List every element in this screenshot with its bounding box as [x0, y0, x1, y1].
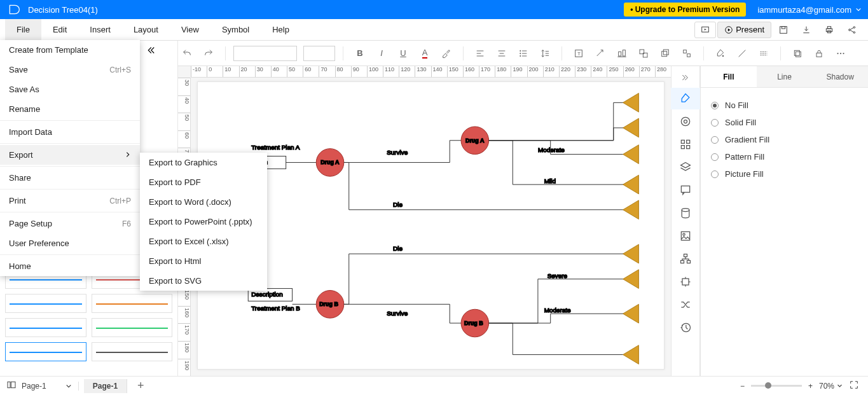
page-select[interactable]: Page-1	[22, 382, 79, 391]
print-icon[interactable]	[818, 22, 840, 38]
user-email-label: iammurtaza4@gmail.com	[757, 5, 851, 15]
menu-home[interactable]: Home	[0, 256, 140, 276]
menu-rename[interactable]: Rename	[0, 99, 140, 119]
export-svg[interactable]: Export to SVG	[140, 271, 267, 291]
layers-tab-icon[interactable]	[671, 156, 700, 178]
svg-marker-60	[623, 304, 639, 323]
menu-create-template[interactable]: Create from Template	[0, 40, 140, 60]
line-color-button[interactable]	[733, 45, 751, 62]
shape-thumb[interactable]	[92, 318, 173, 337]
zoom-slider[interactable]	[751, 385, 802, 387]
menu-insert[interactable]: Insert	[78, 19, 122, 41]
svg-rect-25	[796, 52, 801, 57]
shadow-button[interactable]	[789, 45, 806, 62]
menu-help[interactable]: Help	[261, 19, 301, 41]
menu-export[interactable]: Export	[0, 145, 140, 165]
menu-layout[interactable]: Layout	[122, 19, 170, 41]
slideshow-icon[interactable]	[694, 22, 716, 38]
connector-button[interactable]	[591, 45, 609, 62]
export-excel[interactable]: Export to Excel (.xlsx)	[140, 232, 267, 251]
fill-option-pattern[interactable]: Pattern Fill	[711, 148, 858, 165]
shape-thumb[interactable]	[92, 342, 173, 361]
save-icon[interactable]	[773, 22, 794, 38]
expand-panel-icon[interactable]	[672, 69, 699, 87]
style-tab-icon[interactable]	[671, 88, 700, 109]
present-button[interactable]: Present	[717, 22, 771, 38]
export-graphics[interactable]: Export to Graphics	[140, 153, 267, 172]
drawing-page[interactable]: tion Treatment Plan A Drug A Survive Dru…	[197, 81, 665, 370]
shape-thumb[interactable]	[5, 342, 86, 361]
font-family-select[interactable]	[233, 46, 297, 61]
undo-button[interactable]	[178, 45, 196, 62]
menu-save[interactable]: SaveCtrl+S	[0, 60, 140, 80]
pages-icon[interactable]	[6, 380, 17, 392]
more-button[interactable]	[832, 45, 850, 62]
history-tab-icon[interactable]	[671, 317, 700, 338]
comment-tab-icon[interactable]	[671, 179, 700, 201]
position-tab-icon[interactable]	[671, 271, 700, 293]
upgrade-button[interactable]: • Upgrade to Premium Version	[624, 3, 746, 17]
image-tab-icon[interactable]	[671, 225, 700, 247]
export-word[interactable]: Export to Word (.docx)	[140, 192, 267, 212]
line-style-button[interactable]	[755, 45, 773, 62]
align-objects-button[interactable]	[613, 45, 631, 62]
fill-option-none[interactable]: No Fill	[711, 97, 858, 114]
export-html[interactable]: Export to Html	[140, 251, 267, 271]
shape-thumb[interactable]	[92, 294, 173, 313]
fill-option-gradient[interactable]: Gradient Fill	[711, 131, 858, 148]
svg-rect-16	[623, 50, 625, 55]
redo-button[interactable]	[200, 45, 217, 62]
fill-color-button[interactable]	[712, 45, 729, 62]
menu-symbol[interactable]: Symbol	[210, 19, 261, 41]
bullets-button[interactable]	[514, 45, 532, 62]
fullscreen-button[interactable]	[849, 380, 859, 392]
menu-print[interactable]: PrintCtrl+P	[0, 191, 140, 211]
align-v-button[interactable]	[493, 45, 511, 62]
shape-thumb[interactable]	[5, 294, 86, 313]
user-menu[interactable]: iammurtaza4@gmail.com	[757, 5, 862, 15]
menu-edit[interactable]: Edit	[41, 19, 78, 41]
highlight-button[interactable]	[437, 45, 455, 62]
page-tab[interactable]: Page-1	[84, 379, 127, 393]
line-spacing-button[interactable]	[536, 45, 554, 62]
outline-tab-icon[interactable]	[671, 111, 700, 132]
text-tool-button[interactable]: T	[570, 45, 588, 62]
menu-page-setup[interactable]: Page SetupF6	[0, 214, 140, 233]
data-tab-icon[interactable]	[671, 202, 700, 224]
underline-button[interactable]: U	[394, 45, 412, 62]
shape-thumb[interactable]	[5, 318, 86, 337]
add-page-button[interactable]: +	[132, 379, 149, 392]
menu-share[interactable]: Share	[0, 168, 140, 188]
menu-save-as[interactable]: Save As	[0, 80, 140, 99]
font-size-select[interactable]	[303, 46, 335, 61]
italic-button[interactable]: I	[373, 45, 390, 62]
menu-view[interactable]: View	[170, 19, 210, 41]
zoom-out-button[interactable]: −	[740, 382, 745, 391]
lock-button[interactable]	[810, 45, 828, 62]
share-icon[interactable]	[841, 22, 863, 38]
font-color-button[interactable]: A	[416, 45, 434, 62]
menu-file[interactable]: File	[5, 19, 41, 41]
fill-option-solid[interactable]: Solid Fill	[711, 114, 858, 131]
tab-shadow[interactable]: Shadow	[812, 66, 868, 87]
export-pdf[interactable]: Export to PDF	[140, 172, 267, 192]
zoom-in-button[interactable]: +	[808, 382, 813, 391]
align-h-button[interactable]	[471, 45, 489, 62]
org-tab-icon[interactable]	[671, 248, 700, 270]
shuffle-tab-icon[interactable]	[671, 294, 700, 315]
menu-import-data[interactable]: Import Data	[0, 122, 140, 142]
arrange-button[interactable]	[656, 45, 674, 62]
group-button[interactable]	[635, 45, 652, 62]
download-icon[interactable]	[796, 22, 817, 38]
svg-text:Die: Die	[393, 201, 403, 208]
collapse-panel-icon[interactable]	[145, 45, 156, 59]
grid-tab-icon[interactable]	[671, 134, 700, 155]
menu-user-preference[interactable]: User Preference	[0, 233, 140, 253]
fill-option-picture[interactable]: Picture Fill	[711, 165, 858, 183]
export-powerpoint[interactable]: Export to PowerPoint (.pptx)	[140, 212, 267, 232]
zoom-level[interactable]: 70%	[819, 382, 843, 391]
tab-fill[interactable]: Fill	[701, 66, 757, 87]
size-button[interactable]	[678, 45, 696, 62]
bold-button[interactable]: B	[351, 45, 369, 62]
tab-line[interactable]: Line	[757, 66, 813, 87]
